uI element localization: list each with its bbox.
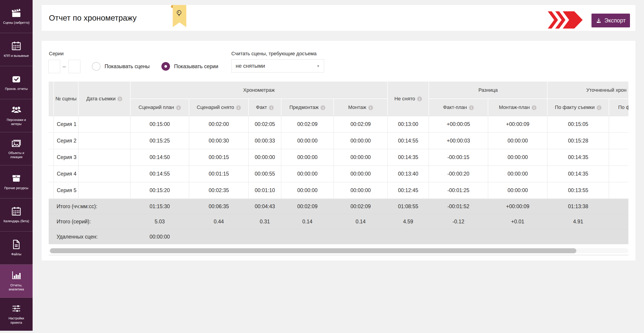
- summary-value-cell: -00:01:52: [429, 199, 488, 214]
- summary-row: Итого (чч:мм:сс):01:15:3000:06:3500:04:4…: [49, 199, 628, 214]
- summary-value-cell: 00:00:00: [130, 229, 189, 244]
- sliders-icon: [11, 304, 21, 313]
- sidebar-item-label: Персонажи и актеры: [3, 118, 30, 126]
- sub-col-header-2: Фактi: [248, 99, 281, 116]
- summary-value-cell: [547, 229, 609, 244]
- summary-value-cell: 0.14: [281, 214, 334, 229]
- info-icon[interactable]: i: [320, 105, 325, 110]
- report-panel: Серии – Показывать сцены Показывать сери…: [42, 41, 636, 260]
- sidebar-item-label: Файлы: [11, 252, 21, 256]
- summary-value-cell: 4.59: [388, 214, 429, 229]
- summary-value-cell: [429, 229, 488, 244]
- value-cell: 00:15:28: [547, 133, 609, 149]
- radio-selected-icon: [162, 62, 170, 71]
- clipped-left-cell: [49, 116, 54, 133]
- sidebar-item-characters-actors[interactable]: Персонажи и актеры: [0, 99, 32, 132]
- checkbox-icon: [11, 74, 21, 84]
- images-icon: [11, 138, 21, 148]
- show-series-radio[interactable]: Показывать серии: [162, 62, 218, 71]
- summary-value-cell: +0.01: [488, 214, 547, 229]
- sub-col-header-4: Монтажi: [334, 99, 388, 116]
- page-title: Отчет по хронометражу: [49, 13, 137, 23]
- info-icon[interactable]: i: [469, 105, 474, 110]
- info-icon[interactable]: i: [417, 97, 422, 101]
- value-cell: 00:00:00: [281, 166, 334, 182]
- sidebar-item-files[interactable]: Файлы: [0, 231, 32, 265]
- summary-value-cell: [189, 229, 248, 244]
- value-cell: 00:00:30: [189, 133, 248, 149]
- chevron-down-icon: ▼: [316, 64, 320, 68]
- sidebar-item-kpp-callsheets[interactable]: КПП и вызывные: [0, 33, 32, 66]
- timing-table-wrap: № сценыДата съемкиiХронометражНе снятоiР…: [49, 82, 628, 244]
- value-cell: 00:01:15: [189, 166, 248, 182]
- series-name-cell: Серия 2: [54, 133, 78, 149]
- sidebar-item-label: Произв. отчеты: [5, 87, 28, 91]
- value-cell: 00:14:35: [547, 166, 609, 182]
- summary-value-cell: 0.14: [334, 214, 388, 229]
- series-to-input[interactable]: [68, 60, 80, 73]
- sub-col-header-6: Монтаж-планi: [488, 99, 547, 116]
- value-cell: 00:13:40: [388, 166, 429, 182]
- clipped-left-cell: [49, 182, 54, 199]
- value-cell: 00:14:55: [388, 133, 429, 149]
- summary-value-cell: 01:15:30: [130, 199, 189, 214]
- value-cell: [609, 133, 628, 149]
- bar-chart-icon: [11, 271, 21, 280]
- info-icon[interactable]: i: [118, 97, 122, 101]
- summary-label-cell: Итого (чч:мм:сс):: [49, 199, 130, 214]
- sidebar-item-project-settings[interactable]: Настройки проекта: [0, 298, 32, 331]
- clipped-left-column-header: [49, 82, 54, 116]
- value-cell: -00:01:25: [429, 182, 488, 199]
- value-cell: 00:14:35: [388, 149, 429, 166]
- sidebar-item-production-reports[interactable]: Произв. отчеты: [0, 66, 32, 99]
- sidebar-item-calendar-beta[interactable]: Календарь (бета): [0, 198, 32, 231]
- col-header-not-shot: Не снятоi: [388, 82, 429, 116]
- series-from-input[interactable]: [48, 60, 60, 73]
- series-name-cell: Серия 1: [54, 116, 78, 133]
- series-filter-label: Серии: [49, 51, 64, 57]
- sub-col-label: Сценарий снято: [197, 104, 234, 110]
- info-icon[interactable]: i: [269, 105, 274, 110]
- sub-col-label: По фа: [618, 104, 628, 110]
- info-icon[interactable]: i: [236, 105, 241, 110]
- range-separator: –: [63, 63, 66, 70]
- reshoot-select-value: не снятыми: [236, 63, 265, 69]
- sidebar-item-objects-locations[interactable]: Объекты и локации: [0, 132, 32, 165]
- sub-col-header-5: Факт-планi: [429, 99, 488, 116]
- export-button-label: Экспорт: [604, 17, 626, 24]
- horizontal-scrollbar-track[interactable]: [49, 248, 628, 253]
- value-cell: 00:13:55: [547, 182, 609, 199]
- sub-col-header-1: Сценарий снятоi: [189, 99, 248, 116]
- archive-icon: [11, 174, 21, 183]
- sidebar-item-scenes[interactable]: Сцены (либретто): [0, 0, 32, 33]
- info-icon[interactable]: i: [368, 105, 373, 110]
- group-header-diff: Разница: [429, 82, 547, 99]
- info-icon[interactable]: i: [597, 105, 602, 110]
- value-cell: 00:14:50: [130, 149, 189, 166]
- summary-value-cell: [609, 214, 628, 229]
- info-icon[interactable]: i: [176, 105, 181, 110]
- clipped-left-cell: [49, 166, 54, 182]
- table-row: Серия 400:14:5500:01:1500:00:5500:00:000…: [49, 166, 628, 182]
- summary-value-cell: +00:00:09: [488, 199, 547, 214]
- reshoot-select[interactable]: не снятыми ▼: [231, 59, 324, 73]
- value-cell: 00:14:55: [130, 166, 189, 182]
- value-cell: 00:00:15: [189, 149, 248, 166]
- series-name-cell: Серия 5: [54, 182, 78, 199]
- info-icon[interactable]: i: [532, 105, 536, 110]
- summary-value-cell: 01:08:55: [388, 199, 429, 214]
- sidebar-item-label: Отчеты, аналитика: [3, 283, 30, 291]
- value-cell: 00:00:00: [281, 182, 334, 199]
- summary-label-cell: Итого (серий):: [49, 214, 130, 229]
- sidebar-item-reports-analytics[interactable]: Отчеты, аналитика: [0, 265, 32, 298]
- show-scenes-radio[interactable]: Показывать сцены: [92, 62, 150, 71]
- export-button[interactable]: Экспорт: [592, 14, 630, 28]
- hint-bookmark-icon[interactable]: [171, 5, 186, 27]
- value-cell: 00:00:00: [488, 166, 547, 182]
- value-cell: 00:02:00: [189, 116, 248, 133]
- value-cell: -00:00:15: [429, 149, 488, 166]
- value-cell: 00:14:35: [547, 149, 609, 166]
- value-cell: [609, 166, 628, 182]
- sidebar-item-other-resources[interactable]: Прочие ресурсы: [0, 165, 32, 198]
- horizontal-scrollbar-thumb[interactable]: [50, 248, 576, 253]
